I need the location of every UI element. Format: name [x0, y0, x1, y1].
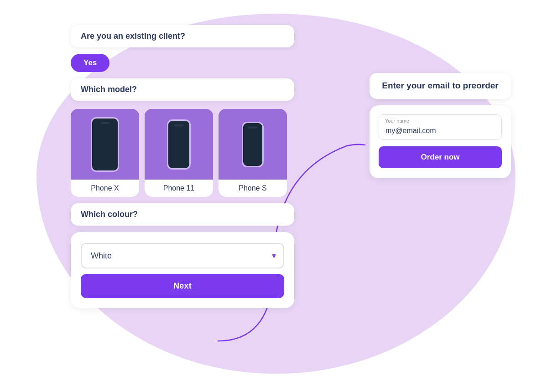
question3-text: Which colour? — [81, 210, 138, 219]
preorder-title: Enter your email to preorder — [382, 81, 499, 90]
left-panel: Are you an existing client? Yes Which mo… — [71, 25, 294, 308]
phone-card-11[interactable]: Phone 11 — [145, 109, 213, 197]
right-panel: Enter your email to preorder Your name O… — [370, 73, 511, 178]
question1-text: Are you an existing client? — [81, 31, 185, 41]
phone-card-s[interactable]: Phone S — [219, 109, 287, 197]
phone-11-mockup — [167, 119, 191, 170]
question3-bubble: Which colour? — [71, 203, 294, 226]
preorder-title-bubble: Enter your email to preorder — [370, 73, 511, 99]
phone-11-label: Phone 11 — [145, 180, 213, 197]
phone-x-mockup — [91, 117, 119, 172]
question2-text: Which model? — [81, 85, 137, 94]
email-form-card: Your name Order now — [370, 105, 511, 178]
question2-bubble: Which model? — [71, 78, 294, 101]
colour-dropdown-wrapper: White Black Purple Gold ▾ — [81, 243, 284, 268]
phone-11-image — [145, 109, 213, 180]
email-input-wrapper: Your name — [379, 114, 502, 140]
order-now-button[interactable]: Order now — [379, 146, 502, 168]
colour-dropdown[interactable]: White Black Purple Gold — [81, 243, 284, 268]
next-button[interactable]: Next — [81, 274, 284, 298]
yes-button[interactable]: Yes — [71, 54, 109, 72]
phone-x-label: Phone X — [71, 180, 139, 197]
phone-card-x[interactable]: Phone X — [71, 109, 139, 197]
colour-section: White Black Purple Gold ▾ Next — [71, 232, 294, 308]
email-input-label: Your name — [385, 118, 409, 124]
phone-cards: Phone X Phone 11 Phone S — [71, 109, 294, 197]
phone-s-image — [219, 109, 287, 180]
phone-s-mockup — [242, 122, 264, 167]
phone-s-label: Phone S — [219, 180, 287, 197]
phone-x-image — [71, 109, 139, 180]
question1-bubble: Are you an existing client? — [71, 25, 294, 47]
